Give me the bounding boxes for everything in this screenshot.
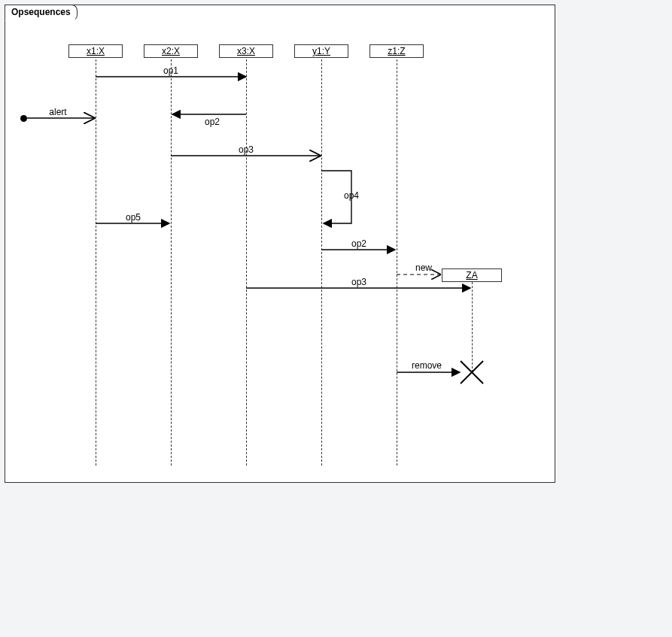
label-op1: op1 (156, 65, 186, 76)
label-op3b: op3 (344, 277, 374, 287)
label-remove: remove (408, 360, 445, 371)
label-op5: op5 (118, 212, 148, 223)
arrows-layer (5, 5, 556, 484)
label-op4: op4 (336, 190, 366, 201)
destroy-icon (461, 361, 483, 384)
label-op3a: op3 (231, 144, 261, 155)
label-alert: alert (43, 107, 73, 117)
label-new: new (409, 262, 439, 273)
label-op2a: op2 (197, 117, 227, 127)
page: Opsequences x1:X x2:X x3:X y1:Y z1:Z ZA (0, 0, 672, 637)
label-op2b: op2 (344, 238, 374, 249)
sequence-frame: Opsequences x1:X x2:X x3:X y1:Y z1:Z ZA (5, 5, 555, 483)
